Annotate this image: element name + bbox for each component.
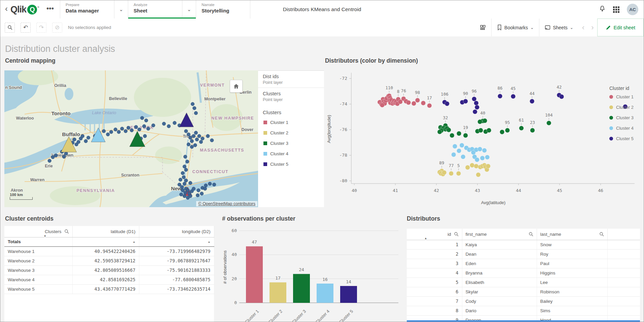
clear-selections-icon[interactable]: ⊘ <box>52 23 62 33</box>
map-distributor-dot[interactable] <box>183 165 186 168</box>
search-icon[interactable] <box>454 232 459 236</box>
nav-narrate[interactable]: Narrate Storytelling <box>196 0 250 19</box>
map-distributor-dot[interactable] <box>134 125 138 129</box>
scatter-legend-item[interactable]: Cluster 4 <box>609 126 641 131</box>
col-header-longitude[interactable]: longitude (D2) <box>139 226 214 237</box>
map-distributor-dot[interactable] <box>191 102 194 106</box>
nav-analyze-chevron[interactable]: ⌄ <box>182 0 196 19</box>
scatter-point[interactable] <box>445 101 450 106</box>
map-distributor-dot[interactable] <box>179 178 182 182</box>
map-distributor-dot[interactable] <box>183 155 187 159</box>
scatter-point[interactable] <box>475 158 479 162</box>
notifications-bell-icon[interactable] <box>599 5 606 13</box>
scatter-point[interactable] <box>437 130 442 134</box>
scatter-point[interactable] <box>486 164 491 169</box>
map-home-button[interactable] <box>230 80 243 93</box>
app-launcher-grid-icon[interactable] <box>613 6 619 13</box>
map-distributor-dot[interactable] <box>151 124 155 127</box>
more-menu-icon[interactable]: ••• <box>46 4 54 12</box>
map-distributor-dot[interactable] <box>210 138 214 142</box>
qlik-logo[interactable]: Qlik Q ® <box>10 4 39 15</box>
scatter-point[interactable] <box>463 133 468 138</box>
col-header-clusters[interactable]: Clusters▲ <box>4 226 72 237</box>
map-distributor-dot[interactable] <box>142 124 146 128</box>
col-header-latitude[interactable]: latitude (D1) <box>72 226 139 237</box>
map-distributor-dot[interactable] <box>185 160 189 164</box>
map-distributor-dot[interactable] <box>193 143 197 147</box>
map-distributor-dot[interactable] <box>146 127 150 131</box>
map-distributor-dot[interactable] <box>194 111 198 115</box>
scatter-point[interactable] <box>519 126 524 131</box>
scatter-point[interactable] <box>415 98 420 103</box>
avatar[interactable]: AC <box>627 4 638 15</box>
map-distributor-dot[interactable] <box>184 179 188 183</box>
selections-back-icon[interactable]: ↶ <box>21 23 31 33</box>
map-distributor-dot[interactable] <box>183 182 186 186</box>
map-distributor-dot[interactable] <box>197 189 201 192</box>
table-row[interactable]: Warehouse 242.590538729412-79.0678892176… <box>4 256 214 265</box>
map-distributor-dot[interactable] <box>187 133 190 136</box>
map-distributor-dot[interactable] <box>62 155 66 159</box>
scatter-point[interactable] <box>473 109 477 114</box>
map-distributor-dot[interactable] <box>184 168 188 172</box>
map-distributor-dot[interactable] <box>196 193 200 197</box>
map-distributor-dot[interactable] <box>204 184 208 187</box>
scatter-chart[interactable]: -72-74-76-78-8040414243444546Avg(latitud… <box>325 67 641 212</box>
map-distributor-dot[interactable] <box>192 187 195 191</box>
table-row[interactable]: 1KaiyaSnow <box>407 240 640 249</box>
map-distributor-dot[interactable] <box>117 130 121 134</box>
map-distributor-dot[interactable] <box>201 137 205 140</box>
scatter-legend-item[interactable]: Cluster 1 <box>609 94 641 99</box>
bar-cluster-5[interactable] <box>340 286 357 303</box>
scatter-legend-item[interactable]: Cluster 3 <box>609 115 641 120</box>
bar-cluster-4[interactable] <box>317 284 333 303</box>
map-distributor-dot[interactable] <box>48 159 51 163</box>
scatter-point[interactable] <box>500 130 504 134</box>
scatter-point[interactable] <box>449 171 454 176</box>
scatter-point[interactable] <box>478 128 483 133</box>
map-distributor-dot[interactable] <box>167 124 171 128</box>
scatter-point[interactable] <box>482 148 487 153</box>
map-distributor-dot[interactable] <box>192 106 196 110</box>
map-layer-item[interactable]: Dist ids Point layer <box>258 71 324 88</box>
scatter-point[interactable] <box>480 156 485 161</box>
scatter-point[interactable] <box>530 99 534 104</box>
map-distributor-dot[interactable] <box>81 134 84 138</box>
map-distributor-dot[interactable] <box>114 128 117 131</box>
scatter-point[interactable] <box>460 143 464 148</box>
edit-sheet-button[interactable]: Edit sheet <box>597 19 644 36</box>
scatter-point[interactable] <box>457 149 461 153</box>
scatter-point[interactable] <box>463 99 468 104</box>
table-row[interactable]: 3EdenPaul <box>407 259 640 268</box>
scatter-legend-item[interactable]: Cluster 5 <box>609 136 641 141</box>
bar-chart[interactable]: 020406047Cluster 117Cluster 224Cluster 3… <box>222 227 401 322</box>
scatter-point[interactable] <box>461 155 466 159</box>
col-header-first-name[interactable]: first_name <box>462 229 537 240</box>
map-layer-item[interactable]: Clusters Point layer <box>258 88 324 105</box>
smart-search-icon[interactable] <box>5 23 15 33</box>
map-distributor-dot[interactable] <box>124 129 128 133</box>
map-distributor-dot[interactable] <box>86 136 90 139</box>
map-distributor-dot[interactable] <box>138 128 141 131</box>
scatter-point[interactable] <box>470 163 474 168</box>
scatter-point[interactable] <box>456 171 461 176</box>
bar-cluster-1[interactable] <box>246 246 263 303</box>
map-distributor-dot[interactable] <box>73 138 76 141</box>
map-distributor-dot[interactable] <box>77 140 80 144</box>
col-header-id[interactable]: id▲ <box>407 229 462 240</box>
map-distributor-dot[interactable] <box>162 122 166 126</box>
next-sheet-chevron[interactable]: › <box>588 23 597 32</box>
map-distributor-dot[interactable] <box>180 185 184 189</box>
map-distributor-dot[interactable] <box>144 119 148 122</box>
nav-prepare-chevron[interactable]: ⌄ <box>114 0 128 19</box>
scatter-point[interactable] <box>421 101 426 105</box>
table-row[interactable]: 6SkylarRobinson <box>407 287 640 296</box>
map-distributor-dot[interactable] <box>173 121 177 125</box>
table-row[interactable]: 4BryannaHiggins <box>407 268 640 278</box>
map-distributor-dot[interactable] <box>188 194 192 198</box>
scatter-point[interactable] <box>511 94 515 99</box>
map-distributor-dot[interactable] <box>188 181 192 185</box>
scatter-point[interactable] <box>476 172 481 177</box>
map-distributor-dot[interactable] <box>130 129 134 132</box>
map-attribution-link[interactable]: © OpenStreetMap contributors <box>196 201 257 206</box>
